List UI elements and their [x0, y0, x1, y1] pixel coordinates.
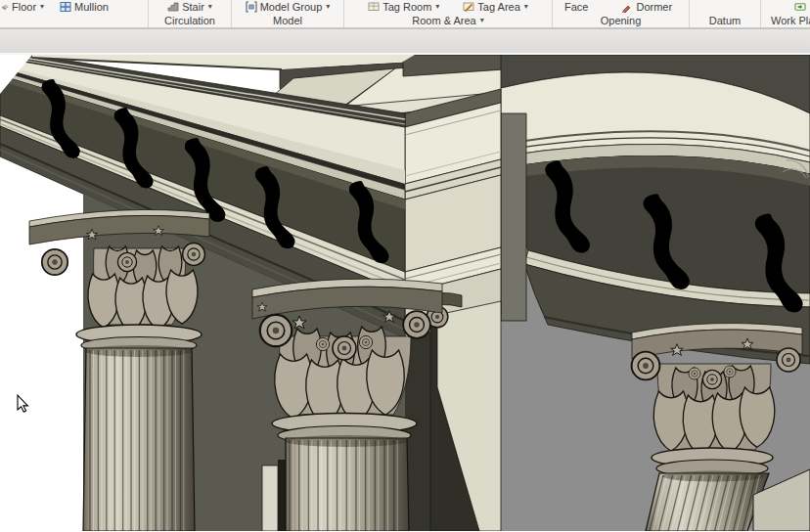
panel-label-work-plane: Work Plane	[761, 14, 810, 27]
chevron-down-icon: ▾	[208, 3, 212, 11]
mullion-button[interactable]: Mullion	[60, 1, 109, 13]
model-group-label: Model Group	[260, 1, 323, 13]
corner-shadow-wall	[501, 113, 526, 321]
panel-label-circulation: Circulation	[149, 14, 231, 27]
tag-area-label: Tag Area	[477, 1, 519, 13]
chevron-down-icon: ▾	[326, 3, 330, 11]
stair-label: Stair	[182, 1, 204, 13]
stair-icon	[167, 1, 179, 13]
work-plane-icon	[794, 1, 806, 13]
panel-label-opening: Opening	[553, 14, 689, 27]
floor-button[interactable]: Floor ▾	[8, 1, 44, 13]
panel-label-build	[0, 14, 148, 27]
mullion-label: Mullion	[74, 1, 109, 13]
options-bar[interactable]	[0, 28, 810, 55]
panel-flyout-icon: ▾	[480, 17, 484, 24]
panel-model: Model Group ▾ Model	[232, 0, 344, 27]
chevron-down-icon: ▾	[40, 3, 44, 11]
panel-label-model: Model	[232, 14, 343, 27]
floor-icon	[2, 1, 9, 13]
tag-room-button[interactable]: Tag Room ▾	[368, 1, 439, 13]
panel-circulation: Stair ▾ Circulation	[149, 0, 232, 27]
set-work-plane-button[interactable]	[794, 1, 806, 13]
revit-window: Floor ▾ Mullion Stair ▾ Circulation	[0, 0, 810, 532]
rear-pilaster-strip	[262, 466, 278, 531]
tag-area-icon	[463, 1, 474, 13]
panel-opening: Face Dormer Opening	[553, 0, 690, 27]
model-group-button[interactable]: Model Group ▾	[246, 1, 331, 13]
dormer-label: Dormer	[636, 1, 672, 13]
3d-view[interactable]	[0, 55, 810, 531]
dormer-icon	[621, 1, 633, 13]
chevron-down-icon: ▾	[524, 3, 528, 11]
panel-work-plane: Work Plane	[761, 0, 810, 27]
ribbon: Floor ▾ Mullion Stair ▾ Circulation	[0, 0, 810, 28]
face-button[interactable]: Face	[564, 1, 588, 13]
tag-room-icon	[368, 1, 380, 13]
mullion-icon	[60, 1, 71, 13]
panel-room-area: Tag Room ▾ Tag Area ▾ Room & Area ▾	[344, 0, 553, 27]
panel-label-datum: Datum	[690, 14, 760, 27]
chevron-down-icon: ▾	[435, 3, 439, 11]
dormer-button[interactable]: Dormer	[621, 1, 672, 13]
corner-pilaster[interactable]	[421, 292, 501, 531]
panel-label-room-area[interactable]: Room & Area ▾	[344, 14, 552, 27]
panel-build: Floor ▾ Mullion	[0, 0, 149, 27]
panel-datum: Datum	[690, 0, 761, 27]
tag-room-label: Tag Room	[382, 1, 431, 13]
tag-area-button[interactable]: Tag Area ▾	[463, 1, 527, 13]
stair-button[interactable]: Stair ▾	[167, 1, 212, 13]
floor-label: Floor	[12, 1, 36, 13]
model-group-icon	[246, 1, 257, 13]
face-label: Face	[564, 1, 588, 13]
